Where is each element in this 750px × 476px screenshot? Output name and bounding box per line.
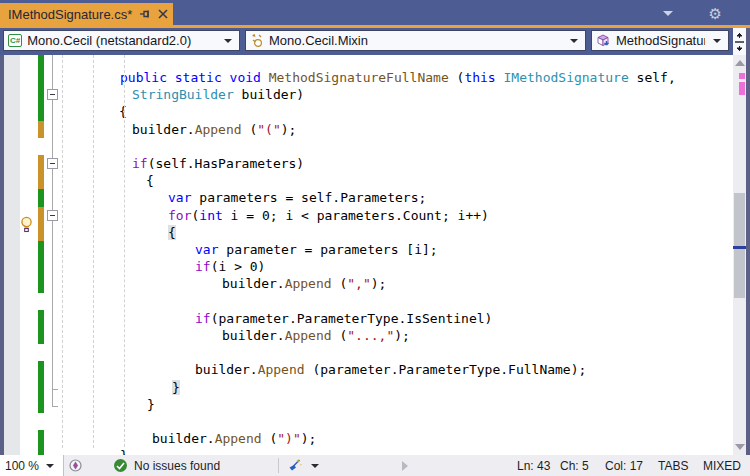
code-token: "(" (257, 122, 280, 137)
code-token: var (195, 242, 218, 257)
code-line[interactable]: { (168, 224, 176, 241)
dropdown-arrow-icon (713, 39, 721, 43)
code-line[interactable]: builder.Append ("("); (132, 121, 296, 138)
code-token: self, (629, 70, 676, 85)
code-token: parameters = self.Parameters; (191, 190, 426, 205)
member-dropdown-value: MethodSignature (616, 33, 705, 48)
document-tab-title: IMethodSignature.cs* (8, 7, 132, 22)
code-token: for (168, 208, 191, 223)
type-dropdown[interactable]: Mono.Cecil.Mixin (245, 30, 586, 51)
change-tracking-bar-green (38, 361, 44, 413)
line-ending-indicator[interactable]: MIXED (703, 455, 741, 476)
dropdown-arrow-icon (311, 464, 319, 468)
dropdown-arrow-icon (224, 39, 232, 43)
issues-indicator[interactable]: No issues found (114, 455, 220, 476)
fold-collapse-icon[interactable] (47, 210, 58, 221)
code-token: ( (332, 328, 348, 343)
code-token (496, 70, 504, 85)
code-token: ); (281, 122, 297, 137)
code-token: builder. (222, 328, 285, 343)
split-window-button[interactable] (733, 28, 746, 55)
code-line[interactable]: { (146, 172, 154, 189)
issues-message: No issues found (134, 459, 220, 473)
tabs-mode-indicator[interactable]: TABS (658, 455, 688, 476)
code-token: (parameter.ParameterType.FullName); (305, 362, 587, 377)
type-dropdown-value: Mono.Cecil.Mixin (269, 33, 562, 48)
indent-guide (124, 55, 126, 447)
csharp-project-icon: C# (8, 34, 22, 47)
line-indicator[interactable]: Ln: 43 (517, 455, 550, 476)
code-line[interactable]: for(int i = 0; i < parameters.Count; i++… (168, 207, 489, 224)
project-dropdown[interactable]: C# Mono.Cecil (netstandard2.0) (3, 30, 240, 51)
window-border-left (0, 55, 4, 455)
method-icon (596, 33, 611, 48)
outline-margin-line (52, 55, 53, 406)
fold-collapse-icon[interactable] (47, 89, 58, 100)
broom-icon (286, 458, 302, 473)
code-line[interactable]: public static void MethodSignatureFullNa… (120, 69, 676, 86)
column-indicator[interactable]: Col: 17 (605, 455, 643, 476)
scroll-up-arrow-icon[interactable] (735, 60, 745, 66)
document-tab[interactable]: IMethodSignature.cs* (0, 3, 173, 25)
code-line[interactable]: builder.Append (parameter.ParameterType.… (195, 361, 586, 378)
pin-icon[interactable] (139, 7, 151, 21)
code-editor[interactable]: public static void MethodSignatureFullNa… (0, 55, 750, 455)
status-bar: 100 % No issues found Ln: 43 Ch: 5 Col: … (0, 455, 750, 476)
code-token: this (464, 70, 495, 85)
vs-editor-window: ⚙ IMethodSignature.cs* C# Mono.Cecil (ne… (0, 0, 750, 476)
code-line[interactable]: if(i > 0) (195, 258, 265, 275)
matched-brace: } (172, 380, 180, 395)
character-indicator[interactable]: Ch: 5 (560, 455, 589, 476)
gear-icon[interactable]: ⚙ (709, 6, 722, 21)
code-token: builder. (132, 122, 195, 137)
code-token: ")" (277, 431, 300, 446)
code-token: public static void (120, 70, 269, 85)
code-line[interactable]: builder.Append ("...,"); (222, 327, 410, 344)
code-token: { (146, 173, 154, 188)
code-token: (parameter.ParameterType.IsSentinel) (211, 311, 493, 326)
code-token: (i > 0) (211, 259, 266, 274)
code-token: if (195, 311, 211, 326)
change-tracking-bar-orange (38, 121, 44, 138)
code-token: Append (285, 276, 332, 291)
code-token: } (147, 397, 155, 412)
dropdown-arrow-icon (570, 39, 578, 43)
code-line[interactable]: builder.Append (","); (222, 275, 386, 292)
code-token: Append (258, 362, 305, 377)
fold-collapse-icon[interactable] (47, 158, 58, 169)
code-line[interactable]: } (172, 379, 180, 396)
code-token: parameter = parameters [i]; (218, 242, 437, 257)
change-tracking-bar-orange (38, 155, 44, 189)
close-icon[interactable] (158, 7, 168, 21)
change-tracking-bar-green (38, 310, 44, 344)
scroll-down-arrow-icon[interactable] (735, 444, 745, 450)
code-token: ( (449, 70, 465, 85)
code-token: ( (332, 276, 348, 291)
code-token: ); (301, 431, 317, 446)
glyph-margin[interactable] (4, 55, 20, 455)
code-line[interactable]: var parameters = self.Parameters; (168, 189, 426, 206)
member-dropdown[interactable]: MethodSignature (591, 30, 729, 51)
code-token: ( (242, 122, 258, 137)
change-tracking-bar-orange (38, 207, 44, 241)
statusbar-expand-arrow[interactable] (402, 455, 408, 476)
code-line[interactable]: builder.Append (")"); (152, 430, 316, 447)
code-line[interactable]: StringBuilder builder) (132, 86, 304, 103)
navigation-bar: C# Mono.Cecil (netstandard2.0) Mono.Ceci… (0, 28, 750, 55)
code-token: var (168, 190, 191, 205)
window-border-right (746, 28, 750, 455)
scrollbar-change-mark (739, 82, 745, 95)
code-line[interactable]: if(parameter.ParameterType.IsSentinel) (195, 310, 492, 327)
code-line[interactable]: var parameter = parameters [i]; (195, 241, 438, 258)
document-health-icon[interactable] (68, 455, 83, 476)
zoom-control[interactable]: 100 % (0, 455, 64, 476)
code-token: Append (195, 122, 242, 137)
code-line[interactable]: } (147, 396, 155, 413)
chevron-down-icon[interactable] (663, 11, 673, 16)
code-cleanup-button[interactable] (286, 455, 322, 476)
vertical-scrollbar[interactable] (733, 55, 746, 455)
quick-actions-lightbulb-icon[interactable] (19, 216, 34, 237)
code-token: builder. (195, 362, 258, 377)
scrollbar-caret-marker (733, 246, 746, 249)
code-line[interactable]: if(self.HasParameters) (132, 155, 304, 172)
